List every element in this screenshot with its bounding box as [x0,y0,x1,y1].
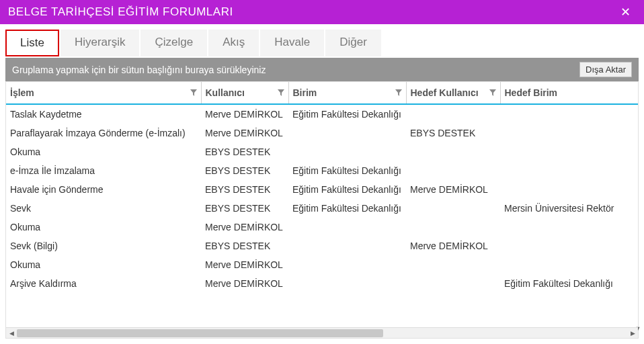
cell-islem: Paraflayarak İmzaya Gönderme (e-İmzalı) [6,124,201,142]
table-row[interactable]: OkumaMerve DEMİRKOL [6,255,638,274]
cell-hedefBirim [500,104,638,124]
cell-birim [288,124,406,142]
tab-akış[interactable]: Akış [208,30,259,56]
table-row[interactable]: Havale için GöndermeEBYS DESTEKEğitim Fa… [6,180,638,199]
column-header-label: Birim [293,87,317,98]
hscroll-track[interactable] [17,328,627,338]
cell-hedefKullanici [406,255,500,274]
tab-çizelge[interactable]: Çizelge [140,30,207,56]
tab-bar: ListeHiyerarşikÇizelgeAkışHavaleDiğer [5,30,639,56]
tab-liste[interactable]: Liste [5,30,59,56]
table-row[interactable]: OkumaEBYS DESTEK [6,142,638,161]
cell-hedefKullanici [406,142,500,161]
cell-birim [288,142,406,161]
tab-havale[interactable]: Havale [260,30,324,56]
scroll-right-arrow-icon[interactable]: ▶ [627,328,638,339]
cell-hedefBirim [500,161,638,180]
cell-islem: Havale için Gönderme [6,180,201,199]
tab-hiyerarşik[interactable]: Hiyerarşik [61,30,140,56]
table-row[interactable]: Paraflayarak İmzaya Gönderme (e-İmzalı)M… [6,124,638,142]
cell-islem: Okuma [6,142,201,161]
cell-hedefBirim [500,180,638,199]
cell-hedefBirim [500,236,638,255]
cell-hedefBirim [500,124,638,142]
cell-hedefKullanici [406,199,500,218]
column-header-label: Hedef Birim [505,87,558,98]
data-table: İşlemKullanıcıBirimHedef KullanıcıHedef … [6,82,638,293]
column-header-birim[interactable]: Birim [288,82,406,104]
grid-scroll[interactable]: İşlemKullanıcıBirimHedef KullanıcıHedef … [6,82,638,327]
cell-hedefKullanici [406,218,500,236]
cell-kullanici: Merve DEMİRKOL [201,104,288,124]
cell-kullanici: Merve DEMİRKOL [201,255,288,274]
cell-kullanici: EBYS DESTEK [201,180,288,199]
column-header-label: Kullanıcı [206,87,245,98]
cell-hedefBirim: Eğitim Fakültesi Dekanlığı [500,274,638,293]
cell-kullanici: EBYS DESTEK [201,161,288,180]
cell-birim: Eğitim Fakültesi Dekanlığı [288,199,406,218]
cell-birim [288,255,406,274]
group-panel-text: Gruplama yapmak için bir sütun başlığını… [12,64,579,75]
column-header-hedefBirim[interactable]: Hedef Birim [500,82,638,104]
filter-icon[interactable] [395,89,402,96]
cell-birim: Eğitim Fakültesi Dekanlığı [288,161,406,180]
cell-hedefBirim [500,142,638,161]
cell-birim: Eğitim Fakültesi Dekanlığı [288,104,406,124]
hscroll-thumb[interactable] [17,329,383,337]
filter-icon[interactable] [278,89,284,96]
cell-hedefKullanici [406,104,500,124]
table-row[interactable]: e-İmza İle İmzalamaEBYS DESTEKEğitim Fak… [6,161,638,180]
cell-islem: Okuma [6,255,201,274]
cell-kullanici: Merve DEMİRKOL [201,218,288,236]
cell-birim [288,274,406,293]
cell-hedefBirim [500,255,638,274]
export-button[interactable]: Dışa Aktar [579,62,632,77]
cell-islem: e-İmza İle İmzalama [6,161,201,180]
cell-birim [288,218,406,236]
cell-kullanici: EBYS DESTEK [201,142,288,161]
cell-kullanici: EBYS DESTEK [201,199,288,218]
cell-hedefKullanici: EBYS DESTEK [406,124,500,142]
cell-islem: Taslak Kaydetme [6,104,201,124]
table-row[interactable]: Arşive KaldırmaMerve DEMİRKOLEğitim Fakü… [6,274,638,293]
column-header-label: Hedef Kullanıcı [411,87,479,98]
group-panel[interactable]: Gruplama yapmak için bir sütun başlığını… [5,58,639,81]
cell-kullanici: Merve DEMİRKOL [201,124,288,142]
tab-diğer[interactable]: Diğer [325,30,381,56]
filter-icon[interactable] [190,89,197,96]
cell-birim: Eğitim Fakültesi Dekanlığı [288,180,406,199]
cell-kullanici: Merve DEMİRKOL [201,274,288,293]
grid: İşlemKullanıcıBirimHedef KullanıcıHedef … [5,81,639,339]
cell-islem: Arşive Kaldırma [6,274,201,293]
table-row[interactable]: Sevk (Bilgi)EBYS DESTEKMerve DEMİRKOL [6,236,638,255]
column-header-hedefKullanici[interactable]: Hedef Kullanıcı [406,82,500,104]
cell-hedefKullanici: Merve DEMİRKOL [406,180,500,199]
table-row[interactable]: SevkEBYS DESTEKEğitim Fakültesi Dekanlığ… [6,199,638,218]
scroll-left-arrow-icon[interactable]: ◀ [6,328,17,339]
cell-islem: Sevk [6,199,201,218]
cell-hedefBirim [500,218,638,236]
cell-hedefKullanici: Merve DEMİRKOL [406,236,500,255]
table-row[interactable]: OkumaMerve DEMİRKOL [6,218,638,236]
close-icon[interactable]: ✕ [616,5,636,19]
cell-birim [288,236,406,255]
content-area: ListeHiyerarşikÇizelgeAkışHavaleDiğer Gr… [0,24,644,344]
cell-hedefKullanici [406,274,500,293]
cell-kullanici: EBYS DESTEK [201,236,288,255]
horizontal-scrollbar[interactable]: ◀ ▶ [6,327,638,338]
table-row[interactable]: Taslak KaydetmeMerve DEMİRKOLEğitim Fakü… [6,104,638,124]
column-header-kullanici[interactable]: Kullanıcı [201,82,288,104]
cell-hedefBirim: Mersin Üniversitesi Rektör [500,199,638,218]
cell-islem: Okuma [6,218,201,236]
window: BELGE TARİHÇESİ EĞİTİM FORUMLARI ✕ Liste… [0,0,644,344]
window-title: BELGE TARİHÇESİ EĞİTİM FORUMLARI [8,5,616,19]
filter-icon[interactable] [489,89,496,96]
cell-hedefKullanici [406,161,500,180]
titlebar: BELGE TARİHÇESİ EĞİTİM FORUMLARI ✕ [0,0,644,24]
column-header-islem[interactable]: İşlem [6,82,201,104]
column-header-label: İşlem [10,87,34,98]
cell-islem: Sevk (Bilgi) [6,236,201,255]
